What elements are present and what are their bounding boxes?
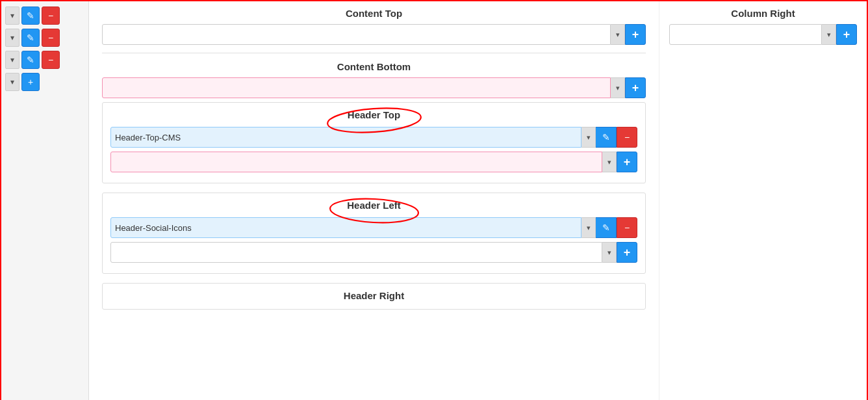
minus-icon: − — [48, 10, 53, 21]
header-right-title: Header Right — [110, 290, 637, 301]
header-left-add-input[interactable] — [110, 242, 602, 263]
header-top-cms-delete-btn[interactable]: − — [617, 127, 637, 148]
plus-icon: + — [632, 28, 639, 42]
content-top-dropdown-btn[interactable]: ▾ — [611, 24, 625, 45]
minus-icon: − — [48, 33, 53, 43]
chevron-down-icon: ▾ — [616, 84, 620, 92]
sidebar-dropdown-btn-1[interactable]: ▾ — [5, 7, 19, 25]
header-top-title-container: Header Top — [110, 109, 637, 120]
chevron-down-icon: ▾ — [10, 11, 14, 20]
sidebar-row-3: ▾ ✎ − — [5, 51, 84, 69]
main-content: Content Top ▾ + Content Bottom ▾ — [89, 1, 659, 400]
chevron-down-icon: ▾ — [587, 224, 591, 232]
content-top-input-row: ▾ + — [102, 24, 646, 45]
header-left-add-dropdown-btn[interactable]: ▾ — [602, 242, 617, 263]
sidebar-dropdown-btn-3[interactable]: ▾ — [5, 51, 19, 69]
chevron-down-icon: ▾ — [827, 31, 831, 39]
header-top-add-row: ▾ + — [110, 152, 637, 172]
sidebar-row-2: ▾ ✎ − — [5, 29, 84, 47]
content-top-title: Content Top — [102, 8, 646, 19]
content-bottom-input[interactable] — [102, 77, 611, 98]
sidebar-dropdown-btn-4[interactable]: ▾ — [5, 73, 19, 91]
header-left-title: Header Left — [347, 200, 401, 211]
sidebar-delete-btn-1[interactable]: − — [42, 7, 60, 25]
header-right-section: Header Right — [102, 283, 646, 310]
header-top-title: Header Top — [348, 109, 400, 120]
plus-icon: + — [624, 155, 631, 169]
column-right-add-btn[interactable]: + — [836, 24, 857, 45]
sidebar-add-btn-4[interactable]: + — [21, 73, 40, 91]
sidebar: ▾ ✎ − ▾ ✎ − ▾ — [1, 1, 89, 400]
plus-icon: + — [843, 28, 850, 42]
header-top-cms-edit-btn[interactable]: ✎ — [596, 127, 617, 148]
chevron-down-icon: ▾ — [607, 248, 611, 257]
plus-icon: + — [28, 77, 33, 87]
content-bottom-title: Content Bottom — [102, 61, 646, 72]
column-right-title: Column Right — [669, 8, 857, 19]
minus-icon: − — [624, 222, 630, 233]
header-left-social-input[interactable] — [110, 217, 581, 238]
header-left-social-row: ▾ ✎ − — [110, 217, 637, 238]
header-left-social-delete-btn[interactable]: − — [617, 217, 637, 238]
minus-icon: − — [48, 55, 53, 65]
content-top-input[interactable] — [102, 24, 611, 45]
plus-icon: + — [632, 81, 639, 95]
column-right-dropdown-btn[interactable]: ▾ — [822, 24, 836, 45]
header-top-add-input[interactable] — [110, 152, 602, 172]
header-left-title-container: Header Left — [110, 200, 637, 211]
column-right-input[interactable] — [669, 24, 822, 45]
sidebar-row-1: ▾ ✎ − — [5, 7, 84, 25]
chevron-down-icon: ▾ — [10, 77, 14, 87]
edit-icon: ✎ — [27, 10, 34, 21]
header-top-add-btn[interactable]: + — [617, 152, 637, 172]
content-top-section: Content Top ▾ + — [102, 8, 646, 45]
minus-icon: − — [624, 132, 630, 142]
sidebar-delete-btn-2[interactable]: − — [42, 29, 60, 47]
header-top-cms-input[interactable] — [110, 127, 581, 148]
content-top-add-btn[interactable]: + — [625, 24, 646, 45]
header-top-cms-dropdown-btn[interactable]: ▾ — [581, 127, 596, 148]
divider-1 — [102, 53, 646, 53]
chevron-down-icon: ▾ — [587, 133, 591, 142]
edit-icon: ✎ — [27, 33, 34, 43]
sidebar-row-4: ▾ + — [5, 73, 84, 91]
sidebar-delete-btn-3[interactable]: − — [42, 51, 60, 69]
chevron-down-icon: ▾ — [10, 55, 14, 64]
content-bottom-add-btn[interactable]: + — [625, 77, 646, 98]
edit-icon: ✎ — [27, 55, 34, 65]
sidebar-edit-btn-1[interactable]: ✎ — [21, 7, 40, 25]
header-left-social-dropdown-btn[interactable]: ▾ — [581, 217, 596, 238]
chevron-down-icon: ▾ — [616, 31, 620, 39]
header-top-cms-row: ▾ ✎ − — [110, 127, 637, 148]
chevron-down-icon: ▾ — [607, 158, 611, 167]
sidebar-edit-btn-2[interactable]: ✎ — [21, 29, 40, 47]
header-top-section: Header Top ▾ ✎ − — [102, 102, 646, 183]
header-top-add-dropdown-btn[interactable]: ▾ — [602, 152, 617, 172]
sidebar-dropdown-btn-2[interactable]: ▾ — [5, 29, 19, 47]
plus-icon: + — [624, 246, 631, 260]
header-left-section: Header Left ▾ ✎ − — [102, 193, 646, 274]
header-left-add-row: ▾ + — [110, 242, 637, 263]
header-left-add-btn[interactable]: + — [617, 242, 637, 263]
right-column: Column Right ▾ + — [659, 1, 867, 400]
edit-icon: ✎ — [602, 222, 610, 233]
content-bottom-input-row: ▾ + — [102, 77, 646, 98]
header-left-social-edit-btn[interactable]: ✎ — [596, 217, 617, 238]
content-bottom-dropdown-btn[interactable]: ▾ — [611, 77, 625, 98]
column-right-input-row: ▾ + — [669, 24, 857, 45]
sidebar-edit-btn-3[interactable]: ✎ — [21, 51, 40, 69]
content-bottom-section: Content Bottom ▾ + — [102, 61, 646, 98]
chevron-down-icon: ▾ — [10, 33, 14, 42]
edit-icon: ✎ — [602, 132, 610, 142]
